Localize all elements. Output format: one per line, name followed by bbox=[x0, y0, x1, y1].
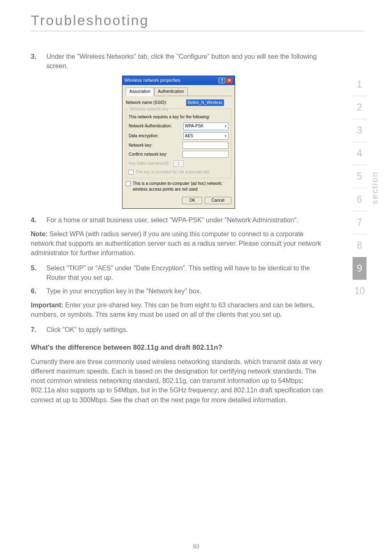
section-nav-8[interactable]: 8 bbox=[353, 234, 367, 257]
dialog-body: Association Authentication Network name … bbox=[122, 85, 235, 208]
key-index-input: 1 bbox=[173, 160, 184, 167]
section-nav-6[interactable]: 6 bbox=[353, 188, 367, 211]
dialog-titlebar: Wireless network properties ? ✕ bbox=[122, 76, 235, 85]
autokey-row: The key is provided for me automatically bbox=[129, 169, 228, 175]
key-index-label: Key index (advanced): bbox=[129, 161, 171, 167]
encryption-row: Data encryption: AES ▾ bbox=[129, 132, 228, 140]
main-content: 3. Under the "Wireless Networks" tab, cl… bbox=[31, 52, 363, 405]
step-6: 6. Type in your encryption key in the "N… bbox=[31, 286, 326, 296]
section-nav-5[interactable]: 5 bbox=[353, 165, 367, 188]
auth-dropdown[interactable]: WPA-PSK ▾ bbox=[183, 122, 228, 130]
section-nav-2[interactable]: 2 bbox=[353, 96, 367, 119]
network-key-input[interactable] bbox=[182, 142, 228, 149]
auth-row: Network Authentication: WPA-PSK ▾ bbox=[129, 122, 228, 130]
autokey-label: The key is provided for me automatically bbox=[136, 169, 209, 175]
section-nav-9[interactable]: 9 bbox=[353, 257, 367, 280]
note-paragraph: Note: Select WPA (with radius server) if… bbox=[31, 229, 326, 258]
title-underline bbox=[31, 31, 363, 31]
chevron-down-icon: ▾ bbox=[225, 134, 227, 139]
encryption-label: Data encryption: bbox=[129, 133, 181, 139]
section-nav-3[interactable]: 3 bbox=[353, 119, 367, 142]
confirm-key-input[interactable] bbox=[182, 151, 228, 158]
ssid-label: Network name (SSID): bbox=[126, 100, 184, 106]
autokey-checkbox bbox=[129, 170, 134, 175]
subheading: What's the difference between 802.11g an… bbox=[31, 343, 326, 353]
confirm-key-label: Confirm network key: bbox=[129, 152, 180, 158]
dialog-title: Wireless network properties bbox=[125, 77, 180, 84]
page-title: Troubleshooting bbox=[31, 12, 363, 28]
section-nav-1[interactable]: 1 bbox=[353, 73, 367, 96]
step-7: 7. Click "OK" to apply settings. bbox=[31, 325, 326, 334]
note-text: Select WPA (with radius server) if you a… bbox=[31, 230, 321, 256]
step-4: 4. For a home or small business user, se… bbox=[31, 215, 326, 225]
dialog-screenshot: Wireless network properties ? ✕ Associat… bbox=[31, 76, 326, 209]
titlebar-buttons: ? ✕ bbox=[219, 78, 233, 83]
step-3: 3. Under the "Wireless Networks" tab, cl… bbox=[31, 52, 326, 71]
section-label: section bbox=[370, 171, 380, 205]
step-text: Select "TKIP" or "AES" under "Date Encry… bbox=[46, 263, 326, 282]
step-number: 7. bbox=[31, 325, 46, 334]
section-numbers: 12345678910 bbox=[353, 73, 367, 302]
auth-label: Network Authentication: bbox=[129, 123, 181, 129]
step-text: Type in your encryption key in the "Netw… bbox=[46, 286, 326, 296]
confirm-key-row: Confirm network key: bbox=[129, 151, 228, 158]
tab-association[interactable]: Association bbox=[126, 88, 154, 96]
group-hint: This network requires a key for the foll… bbox=[129, 114, 228, 120]
section-nav-4[interactable]: 4 bbox=[353, 142, 367, 165]
step-text: For a home or small business user, selec… bbox=[46, 215, 326, 225]
wireless-properties-dialog: Wireless network properties ? ✕ Associat… bbox=[122, 76, 235, 209]
ssid-row: Network name (SSID): Belkin_N_Wireless bbox=[126, 99, 231, 106]
important-label: Important: bbox=[31, 302, 63, 309]
important-text: Enter your pre-shared key. This can be f… bbox=[31, 302, 314, 318]
cancel-button[interactable]: Cancel bbox=[205, 197, 231, 205]
auth-value: WPA-PSK bbox=[185, 123, 203, 129]
dialog-buttons: OK Cancel bbox=[126, 197, 231, 205]
step-number: 5. bbox=[31, 263, 46, 282]
section-nav-7[interactable]: 7 bbox=[353, 211, 367, 234]
group-legend: Wireless network key bbox=[129, 106, 170, 113]
key-index-row: Key index (advanced): 1 bbox=[129, 160, 228, 167]
network-key-label: Network key: bbox=[129, 143, 180, 149]
close-button[interactable]: ✕ bbox=[226, 78, 233, 83]
wireless-key-group: Wireless network key This network requir… bbox=[126, 108, 231, 178]
adhoc-label: This is a computer-to-computer (ad hoc) … bbox=[133, 181, 231, 193]
ssid-value[interactable]: Belkin_N_Wireless bbox=[186, 99, 224, 106]
help-button[interactable]: ? bbox=[219, 78, 225, 83]
section-sidebar: 12345678910 section bbox=[353, 73, 380, 302]
adhoc-checkbox[interactable] bbox=[126, 181, 131, 186]
encryption-value: AES bbox=[185, 133, 193, 139]
step-text: Click "OK" to apply settings. bbox=[46, 325, 326, 334]
ok-button[interactable]: OK bbox=[182, 197, 202, 205]
step-number: 3. bbox=[31, 52, 46, 71]
section-nav-10[interactable]: 10 bbox=[353, 280, 367, 302]
encryption-dropdown[interactable]: AES ▾ bbox=[183, 132, 228, 140]
step-text: Under the "Wireless Networks" tab, click… bbox=[46, 52, 326, 71]
adhoc-row: This is a computer-to-computer (ad hoc) … bbox=[126, 181, 231, 193]
chevron-down-icon: ▾ bbox=[225, 124, 227, 129]
step-5: 5. Select "TKIP" or "AES" under "Date En… bbox=[31, 263, 326, 282]
dialog-tabs: Association Authentication bbox=[126, 88, 231, 96]
step-number: 6. bbox=[31, 286, 46, 296]
page-number: 93 bbox=[0, 543, 392, 550]
note-label: Note: bbox=[31, 230, 48, 237]
network-key-row: Network key: bbox=[129, 142, 228, 149]
step-number: 4. bbox=[31, 215, 46, 225]
tab-authentication[interactable]: Authentication bbox=[154, 88, 187, 96]
comparison-paragraph: Currently there are three commonly used … bbox=[31, 357, 326, 405]
important-paragraph: Important: Enter your pre-shared key. Th… bbox=[31, 300, 326, 319]
